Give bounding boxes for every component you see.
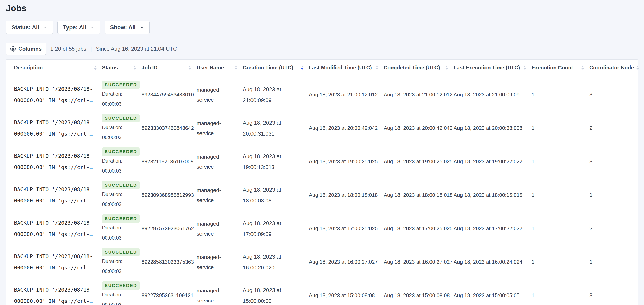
sort-icon [375,65,379,71]
since-text: Since Aug 16, 2023 at 21:04 UTC [96,46,177,52]
status-badge: SUCCEEDED [102,114,140,122]
job-id-cell: 892273953631109121 [142,292,196,298]
jobs-page: Jobs Status: All Type: All Show: All Col… [0,0,644,305]
completed-time-cell: Aug 18, 2023 at 17:00:25:025 [384,225,454,232]
job-description-link[interactable]: BACKUP INTO '/2023/08/18- 000000.00' IN … [14,251,102,273]
sort-icon [234,65,238,71]
duration-value: 00:00:03 [102,132,136,142]
duration-label: Duration: [102,189,136,199]
job-id-cell: 892321182136107009 [142,159,196,165]
sort-icon [188,65,192,71]
status-badge: SUCCEEDED [102,281,140,290]
columns-button-label: Columns [18,46,42,52]
job-id-cell: 892344759453483010 [142,92,196,98]
last-modified-time-cell: Aug 18, 2023 at 20:00:42:042 [309,125,384,131]
table-row: BACKUP INTO '/2023/08/18- 000000.00' IN … [6,178,638,212]
job-description-link[interactable]: BACKUP INTO '/2023/08/18- 000000.00' IN … [14,117,102,140]
last-modified-time-cell: Aug 18, 2023 at 17:00:25:025 [309,225,384,232]
last-modified-time-cell: Aug 18, 2023 at 19:00:25:025 [309,159,384,165]
job-description-link[interactable]: BACKUP INTO '/2023/08/18- 000000.00' IN … [14,217,102,240]
creation-time-cell: Aug 18, 2023 at 19:00:13:013 [243,151,309,173]
job-status-cell: SUCCEEDED Duration: 00:00:03 [102,214,142,243]
columns-button[interactable]: Columns [6,43,46,55]
job-description-link[interactable]: BACKUP INTO '/2023/08/18- 000000.00' IN … [14,184,102,206]
completed-time-cell: Aug 18, 2023 at 20:00:42:042 [384,125,454,131]
duration-value: 00:00:03 [102,266,136,276]
last-execution-time-cell: Aug 18, 2023 at 15:00:05:05 [454,292,532,298]
completed-time-cell: Aug 18, 2023 at 21:00:12:012 [384,92,454,98]
table-body: BACKUP INTO '/2023/08/18- 000000.00' IN … [6,78,638,305]
duration-value: 00:00:03 [102,233,136,243]
sort-icon [94,65,97,71]
show-filter-label: Show: All [110,24,136,31]
duration-label: Duration: [102,256,136,266]
column-header-coordinator-node[interactable]: Coordinator Node [590,65,638,73]
creation-time-cell: Aug 18, 2023 at 16:00:20:020 [243,251,309,273]
user-name-cell: managed-service [196,185,243,205]
job-status-cell: SUCCEEDED Duration: 00:00:03 [102,281,142,305]
job-description-link[interactable]: BACKUP INTO '/2023/08/18- 000000.00' IN … [14,150,102,173]
chevron-down-icon [43,25,48,30]
column-header-execution-count[interactable]: Execution Count [532,65,590,73]
creation-time-cell: Aug 18, 2023 at 15:00:00:00 [243,285,309,305]
status-badge: SUCCEEDED [102,147,140,156]
job-status-cell: SUCCEEDED Duration: 00:00:03 [102,181,142,209]
duration-value: 00:00:03 [102,166,136,176]
coordinator-node-cell: 1 [590,259,638,265]
duration-value: 00:00:03 [102,99,136,109]
job-status-cell: SUCCEEDED Duration: 00:00:03 [102,147,142,176]
page-title: Jobs [6,0,638,14]
show-filter-dropdown[interactable]: Show: All [104,21,150,34]
duration-label: Duration: [102,223,136,233]
status-filter-label: Status: All [12,24,39,31]
sort-icon [636,65,640,71]
type-filter-dropdown[interactable]: Type: All [58,21,100,34]
column-header-last-execution-time[interactable]: Last Execution Time (UTC) [454,65,532,73]
sort-icon [445,65,448,71]
table-row: BACKUP INTO '/2023/08/18- 000000.00' IN … [6,279,638,305]
job-description-link[interactable]: BACKUP INTO '/2023/08/18- 000000.00' IN … [14,284,102,305]
table-row: BACKUP INTO '/2023/08/18- 000000.00' IN … [6,145,638,178]
table-row: BACKUP INTO '/2023/08/18- 000000.00' IN … [6,78,638,112]
table-row: BACKUP INTO '/2023/08/18- 000000.00' IN … [6,245,638,279]
job-id-cell: 892285813023375363 [142,259,196,265]
status-filter-dropdown[interactable]: Status: All [6,21,53,34]
creation-time-cell: Aug 18, 2023 at 18:00:08:08 [243,184,309,206]
execution-count-cell: 1 [532,192,590,198]
job-id-cell: 892297573923061762 [142,225,196,232]
column-header-status[interactable]: Status [102,65,142,73]
last-execution-time-cell: Aug 18, 2023 at 17:00:22:022 [454,225,532,232]
execution-count-cell: 1 [532,259,590,265]
duration-value: 00:00:03 [102,199,136,209]
jobs-count-text: 1-20 of 55 jobs [50,46,86,52]
duration-value: 00:00:03 [102,300,136,305]
table-toolbar: Columns 1-20 of 55 jobs | Since Aug 16, … [6,43,638,55]
sort-icon [523,65,526,71]
column-header-completed-time[interactable]: Completed Time (UTC) [384,65,454,73]
type-filter-label: Type: All [63,24,86,31]
user-name-cell: managed-service [196,219,243,239]
status-badge: SUCCEEDED [102,181,140,189]
chevron-down-icon [90,25,95,30]
sort-desc-icon [300,65,304,71]
column-header-job-id[interactable]: Job ID [142,65,196,73]
sort-icon [581,65,584,71]
creation-time-cell: Aug 18, 2023 at 21:00:09:09 [243,84,309,106]
execution-count-cell: 1 [532,292,590,299]
column-header-user-name[interactable]: User Name [196,65,243,73]
column-header-last-modified-time[interactable]: Last Modified Time (UTC) [309,65,384,73]
execution-count-cell: 1 [532,125,590,131]
coordinator-node-cell: 1 [590,192,638,198]
last-modified-time-cell: Aug 18, 2023 at 16:00:27:027 [309,259,384,265]
user-name-cell: managed-service [196,152,243,172]
job-description-link[interactable]: BACKUP INTO '/2023/08/18- 000000.00' IN … [14,84,102,106]
duration-label: Duration: [102,89,136,99]
execution-count-cell: 1 [532,158,590,165]
column-header-description[interactable]: Description [14,65,102,73]
filter-bar: Status: All Type: All Show: All [6,21,638,34]
completed-time-cell: Aug 18, 2023 at 16:00:27:027 [384,259,454,265]
job-status-cell: SUCCEEDED Duration: 00:00:03 [102,248,142,276]
column-header-creation-time[interactable]: Creation Time (UTC) [243,65,309,73]
job-status-cell: SUCCEEDED Duration: 00:00:03 [102,81,142,109]
user-name-cell: managed-service [196,85,243,105]
